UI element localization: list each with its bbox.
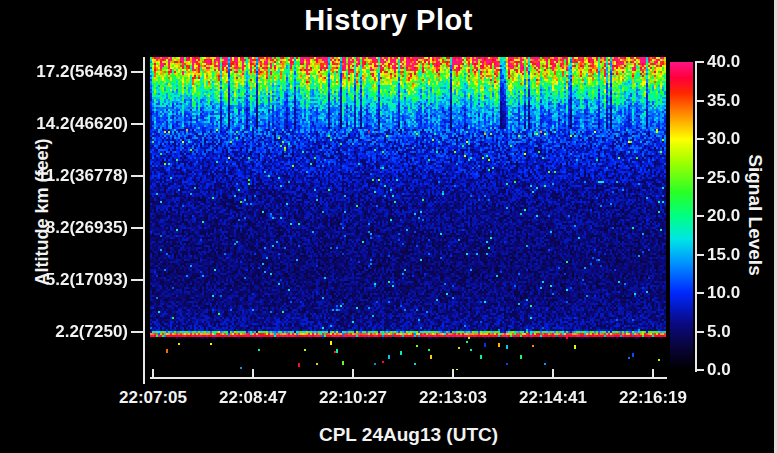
history-plot-figure: History Plot Altitude km (feet) CPL 24Au… xyxy=(0,0,777,453)
colorbar-tick xyxy=(695,138,704,140)
x-tick-label: 22:14:41 xyxy=(498,388,608,408)
colorbar-tick-label: 10.0 xyxy=(707,283,767,303)
colorbar-tick xyxy=(695,254,704,256)
x-tick xyxy=(252,369,254,378)
y-tick xyxy=(131,227,143,229)
x-tick-label: 22:13:03 xyxy=(398,388,508,408)
y-tick xyxy=(131,279,143,281)
x-tick-label: 22:10:27 xyxy=(298,388,408,408)
colorbar-tick-label: 25.0 xyxy=(707,168,767,188)
y-tick xyxy=(131,331,143,333)
colorbar-tick-label: 5.0 xyxy=(707,322,767,342)
colorbar-tick xyxy=(695,61,704,63)
colorbar-tick-label: 0.0 xyxy=(707,360,767,380)
y-tick-label: 17.2(56463) xyxy=(2,62,128,82)
colorbar-tick xyxy=(695,292,704,294)
colorbar-tick xyxy=(695,100,704,102)
x-axis-title: CPL 24Aug13 (UTC) xyxy=(150,424,667,446)
y-tick-label: 8.2(26935) xyxy=(2,218,128,238)
colorbar-tick xyxy=(695,177,704,179)
y-tick-label: 5.2(17093) xyxy=(2,270,128,290)
y-axis-title: Altitude km (feet) xyxy=(32,138,53,285)
colorbar-tick-label: 35.0 xyxy=(707,91,767,111)
x-tick-label: 22:08:47 xyxy=(198,388,308,408)
colorbar-tick-label: 40.0 xyxy=(707,52,767,72)
y-tick xyxy=(131,123,143,125)
y-axis-line xyxy=(143,57,145,384)
heatmap-canvas xyxy=(150,57,666,370)
y-tick-label: 11.2(36778) xyxy=(2,166,128,186)
x-axis-line xyxy=(150,377,667,379)
colorbar-tick-label: 30.0 xyxy=(707,129,767,149)
plot-title: History Plot xyxy=(0,4,777,37)
y-tick xyxy=(131,175,143,177)
x-tick-label: 22:07:05 xyxy=(98,388,208,408)
x-tick-label: 22:16:19 xyxy=(598,388,708,408)
x-tick xyxy=(152,369,154,378)
colorbar-tick-label: 15.0 xyxy=(707,245,767,265)
colorbar-axis-line xyxy=(695,62,697,372)
colorbar-tick xyxy=(695,369,704,371)
colorbar-tick xyxy=(695,331,704,333)
y-tick-label: 14.2(46620) xyxy=(2,114,128,134)
x-tick xyxy=(452,369,454,378)
y-tick xyxy=(131,71,143,73)
x-tick xyxy=(652,369,654,378)
y-tick-label: 2.2(7250) xyxy=(2,322,128,342)
colorbar-tick xyxy=(695,215,704,217)
colorbar-tick-label: 20.0 xyxy=(707,206,767,226)
x-tick xyxy=(352,369,354,378)
x-tick xyxy=(552,369,554,378)
colorbar-gradient xyxy=(670,62,693,370)
